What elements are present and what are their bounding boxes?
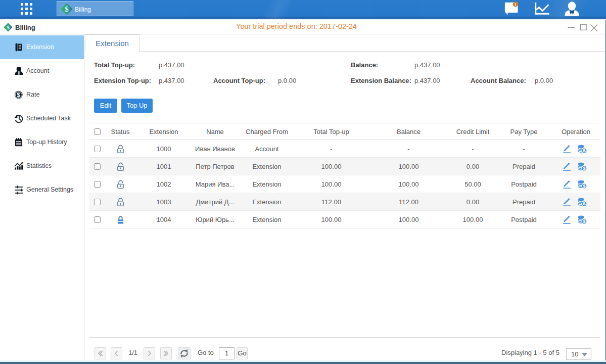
svg-text:$: $: [583, 183, 586, 189]
svg-text:$: $: [65, 5, 69, 13]
svg-text:$: $: [583, 148, 586, 153]
svg-text:$: $: [7, 24, 10, 30]
svg-text:$: $: [17, 92, 20, 99]
svg-text:$: $: [583, 201, 586, 206]
svg-text:$: $: [583, 165, 586, 171]
svg-text:!: !: [515, 2, 516, 7]
svg-text:$: $: [583, 218, 586, 224]
